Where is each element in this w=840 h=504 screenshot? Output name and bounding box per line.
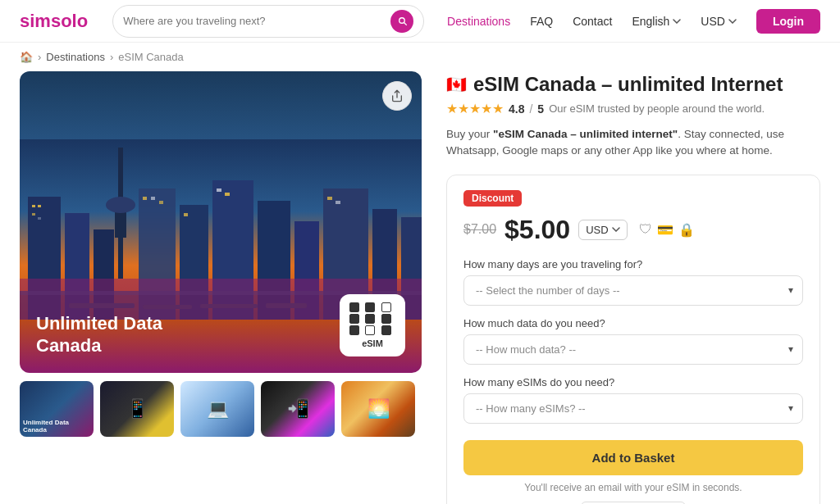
- price-row: $7.00 $5.00 USD 🛡 💳 🔒: [463, 215, 803, 245]
- svg-rect-24: [225, 193, 230, 196]
- nav-contact[interactable]: Contact: [573, 15, 612, 28]
- esims-label: How many eSIMs do you need?: [463, 376, 803, 388]
- main-content: Unlimited Data Canada: [0, 71, 840, 504]
- svg-point-3: [106, 197, 135, 213]
- breadcrumb-destinations[interactable]: Destinations: [46, 51, 105, 63]
- share-button[interactable]: [382, 81, 412, 111]
- esim-label: eSIM: [349, 338, 395, 348]
- search-button[interactable]: [390, 10, 413, 33]
- stripe-badge: Powered by stripe: [581, 502, 687, 505]
- esim-qr-code: [349, 302, 395, 335]
- svg-rect-15: [32, 205, 35, 207]
- rating-separator: /: [529, 102, 532, 116]
- currency-selector-nav[interactable]: USD: [701, 15, 737, 28]
- days-label: How many days are you traveling for?: [463, 258, 803, 270]
- svg-rect-19: [143, 197, 147, 200]
- nav-destinations[interactable]: Destinations: [447, 15, 510, 28]
- home-icon[interactable]: 🏠: [20, 51, 33, 63]
- svg-rect-18: [38, 217, 41, 220]
- right-column: 🇨🇦 eSIM Canada – unlimited Internet ★★★★…: [446, 71, 820, 504]
- thumbnail-1[interactable]: Unlimited DataCanada: [20, 381, 94, 437]
- rating-text: Our eSIM trusted by people around the wo…: [549, 102, 765, 115]
- header: simsolo Destinations FAQ Contact English…: [0, 0, 840, 43]
- rating-out-of: 5: [537, 102, 544, 116]
- data-label: How much data do you need?: [463, 317, 803, 329]
- data-group: How much data do you need? -- How much d…: [463, 317, 803, 365]
- product-image: Unlimited Data Canada: [20, 71, 422, 373]
- thumbnail-3[interactable]: 💻: [180, 381, 254, 437]
- add-to-basket-button[interactable]: Add to Basket: [463, 440, 803, 475]
- card-icon: 💳: [657, 222, 673, 238]
- main-nav: Destinations FAQ Contact English USD Log…: [447, 9, 820, 34]
- city-skyline: [20, 139, 422, 320]
- days-select[interactable]: -- Select the number of days --: [463, 275, 803, 306]
- data-select[interactable]: -- How much data? --: [463, 334, 803, 365]
- thumbnail-4[interactable]: 📲: [261, 381, 335, 437]
- product-title: eSIM Canada – unlimited Internet: [473, 73, 783, 96]
- currency-dropdown[interactable]: USD: [578, 220, 627, 240]
- svg-rect-25: [327, 197, 332, 200]
- days-group: How many days are you traveling for? -- …: [463, 258, 803, 306]
- price-icons: 🛡 💳 🔒: [639, 222, 695, 238]
- rating-number: 4.8: [509, 102, 524, 116]
- flag-icon: 🇨🇦: [446, 75, 467, 94]
- svg-rect-21: [159, 201, 163, 204]
- svg-rect-26: [336, 201, 340, 204]
- thumbnail-5[interactable]: 🌅: [341, 381, 415, 437]
- product-title-row: 🇨🇦 eSIM Canada – unlimited Internet: [446, 73, 820, 96]
- rating-row: ★★★★★ 4.8 / 5 Our eSIM trusted by people…: [446, 101, 820, 116]
- shield-icon: 🛡: [639, 222, 652, 237]
- svg-rect-20: [151, 197, 155, 200]
- breadcrumb-sep-2: ›: [110, 51, 113, 63]
- discount-badge: Discount: [463, 190, 522, 207]
- main-image: Unlimited Data Canada: [20, 71, 422, 373]
- product-description: Buy your "eSIM Canada – unlimited intern…: [446, 126, 820, 160]
- svg-rect-22: [184, 213, 188, 216]
- nav-faq[interactable]: FAQ: [530, 15, 553, 28]
- purchase-box: Discount $7.00 $5.00 USD 🛡 💳 🔒 How many …: [446, 175, 820, 505]
- image-label: Unlimited Data Canada: [36, 313, 162, 356]
- login-button[interactable]: Login: [756, 9, 820, 34]
- breadcrumb-sep-1: ›: [38, 51, 41, 63]
- logo-solo: solo: [51, 11, 88, 31]
- lock-icon: 🔒: [678, 222, 695, 238]
- breadcrumb-current: eSIM Canada: [118, 51, 184, 63]
- svg-rect-23: [217, 188, 221, 192]
- language-selector[interactable]: English: [632, 15, 681, 28]
- left-column: Unlimited Data Canada: [20, 71, 422, 504]
- new-price: $5.00: [504, 215, 570, 245]
- logo-sim: sim: [20, 11, 51, 31]
- search-bar: [112, 5, 424, 38]
- logo: simsolo: [20, 11, 88, 32]
- stars: ★★★★★: [446, 101, 504, 116]
- esims-select[interactable]: -- How many eSIMs? --: [463, 393, 803, 424]
- svg-rect-16: [38, 205, 41, 207]
- esim-badge: eSIM: [340, 294, 405, 356]
- old-price: $7.00: [463, 222, 496, 237]
- esims-group: How many eSIMs do you need? -- How many …: [463, 376, 803, 424]
- thumbnail-2[interactable]: 📱: [100, 381, 174, 437]
- svg-rect-17: [32, 213, 35, 216]
- email-note: You'll receive an email with your eSIM i…: [463, 482, 803, 493]
- search-input[interactable]: [123, 15, 387, 27]
- breadcrumb: 🏠 › Destinations › eSIM Canada: [0, 43, 840, 71]
- thumbnail-row: Unlimited DataCanada 📱 💻 📲 🌅: [20, 381, 422, 437]
- days-select-wrap: -- Select the number of days -- ▾: [463, 275, 803, 306]
- data-select-wrap: -- How much data? -- ▾: [463, 334, 803, 365]
- esims-select-wrap: -- How many eSIMs? -- ▾: [463, 393, 803, 424]
